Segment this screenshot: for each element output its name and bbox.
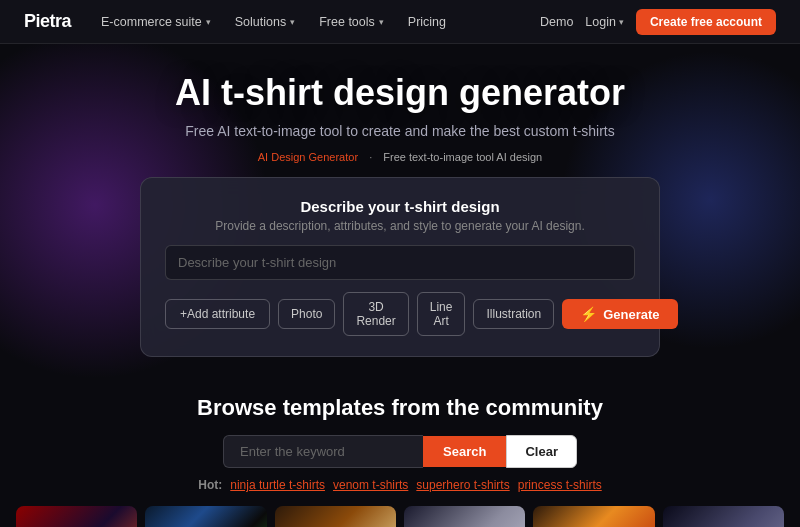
chevron-down-icon: ▾ [619, 17, 624, 27]
hero-title: AI t-shirt design generator [20, 72, 780, 113]
template-image: 👑 [275, 506, 396, 527]
nav-solutions[interactable]: Solutions ▾ [225, 11, 305, 33]
design-card-title: Describe your t-shirt design [165, 198, 635, 215]
3d-render-button[interactable]: 3D Render [343, 292, 408, 336]
keyword-search-input[interactable] [223, 435, 423, 468]
nav-ecommerce[interactable]: E-commerce suite ▾ [91, 11, 221, 33]
illustration-button[interactable]: Illustration [473, 299, 554, 329]
browse-section: Browse templates from the community Sear… [0, 373, 800, 506]
breadcrumb: AI Design Generator · Free text-to-image… [20, 151, 780, 163]
clear-button[interactable]: Clear [506, 435, 577, 468]
navbar: Pietra E-commerce suite ▾ Solutions ▾ Fr… [0, 0, 800, 44]
photo-style-button[interactable]: Photo [278, 299, 335, 329]
template-image: 🦅 [533, 506, 654, 527]
nav-free-tools[interactable]: Free tools ▾ [309, 11, 394, 33]
template-image: 🤖 [663, 506, 784, 527]
template-image: 🐉 [16, 506, 137, 527]
nav-login-button[interactable]: Login ▾ [585, 15, 624, 29]
design-text-input[interactable] [165, 245, 635, 280]
chevron-down-icon: ▾ [379, 17, 384, 27]
hot-tag-ninja[interactable]: ninja turtle t-shirts [230, 478, 325, 492]
search-row: Search Clear [20, 435, 780, 468]
lightning-icon: ⚡ [580, 306, 597, 322]
list-item[interactable]: 👑 [275, 506, 396, 527]
generate-button[interactable]: ⚡ Generate [562, 299, 677, 329]
nav-demo-link[interactable]: Demo [540, 15, 573, 29]
create-account-button[interactable]: Create free account [636, 9, 776, 35]
logo[interactable]: Pietra [24, 11, 71, 32]
list-item[interactable]: 🐉 [16, 506, 137, 527]
nav-items: E-commerce suite ▾ Solutions ▾ Free tool… [91, 11, 540, 33]
nav-right: Demo Login ▾ Create free account [540, 9, 776, 35]
chevron-down-icon: ▾ [206, 17, 211, 27]
list-item[interactable]: 🐼 [145, 506, 266, 527]
nav-pricing[interactable]: Pricing [398, 11, 456, 33]
templates-grid: 🐉 🐼 👑 👩 🦅 🤖 [0, 506, 800, 527]
design-actions: +Add attribute Photo 3D Render Line Art … [165, 292, 635, 336]
hot-tags-row: Hot: ninja turtle t-shirts venom t-shirt… [20, 478, 780, 492]
design-card: Describe your t-shirt design Provide a d… [140, 177, 660, 357]
hot-tag-venom[interactable]: venom t-shirts [333, 478, 408, 492]
template-image: 👩 [404, 506, 525, 527]
chevron-down-icon: ▾ [290, 17, 295, 27]
hot-label: Hot: [198, 478, 222, 492]
list-item[interactable]: 🤖 [663, 506, 784, 527]
hot-tag-superhero[interactable]: superhero t-shirts [416, 478, 509, 492]
list-item[interactable]: 👩 [404, 506, 525, 527]
line-art-button[interactable]: Line Art [417, 292, 466, 336]
hero-section: AI t-shirt design generator Free AI text… [0, 44, 800, 373]
search-button[interactable]: Search [423, 436, 506, 467]
hero-subtitle: Free AI text-to-image tool to create and… [20, 123, 780, 139]
add-attribute-button[interactable]: +Add attribute [165, 299, 270, 329]
hot-tag-princess[interactable]: princess t-shirts [518, 478, 602, 492]
template-image: 🐼 [145, 506, 266, 527]
design-card-subtitle: Provide a description, attributes, and s… [165, 219, 635, 233]
list-item[interactable]: 🦅 [533, 506, 654, 527]
browse-title: Browse templates from the community [20, 395, 780, 421]
